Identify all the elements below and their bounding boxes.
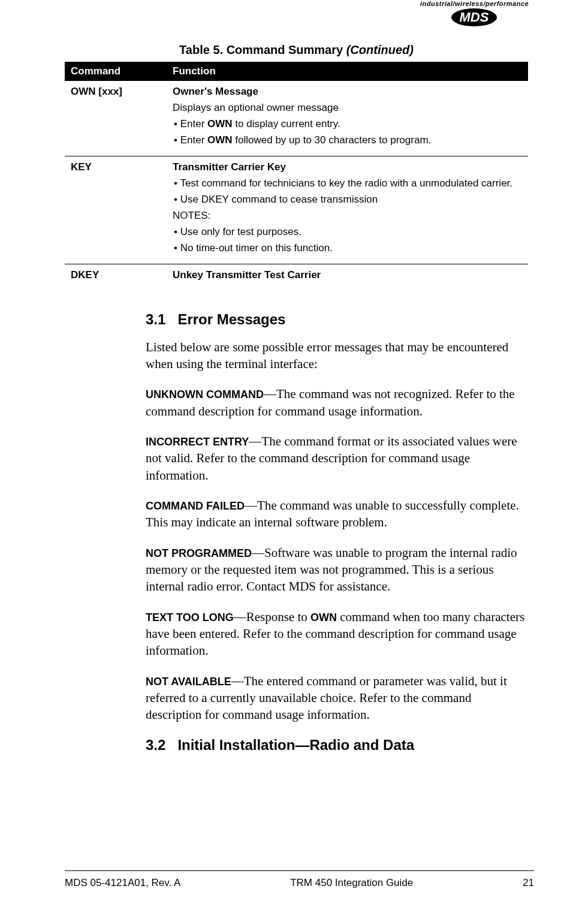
function-bullet: Use only for test purposes. [173,225,522,239]
intro-paragraph: Listed below are some possible error mes… [146,339,528,373]
section-title: Error Messages [177,311,285,327]
command-function: Transmitter Carrier Key Test command for… [167,156,528,264]
command-summary-table: Command Function OWN [xxx] Owner's Messa… [65,62,528,291]
function-bullet: No time-out timer on this function. [173,242,522,255]
error-paragraph: NOT AVAILABLE—The entered command or par… [146,673,528,724]
error-name: NOT PROGRAMMED [146,547,252,559]
command-name: KEY [65,156,167,264]
function-bullet: Enter OWN to display current entry. [173,117,522,131]
section-title: Initial Installation—Radio and Data [177,737,414,753]
error-name: COMMAND FAILED [146,500,245,512]
command-name: DKEY [65,264,167,291]
error-name: TEXT TOO LONG [146,611,234,623]
table-title: Table 5. Command Summary (Continued) [65,43,528,57]
logo-badge: MDS [451,8,497,26]
footer-left: MDS 05-4121A01, Rev. A [65,877,180,889]
error-paragraph: TEXT TOO LONG—Response to OWN command wh… [146,608,528,659]
command-name: OWN [xxx] [65,81,167,156]
table-row: OWN [xxx] Owner's Message Displays an op… [65,81,528,156]
table-row: DKEY Unkey Transmitter Test Carrier [65,264,528,291]
function-bullet: Use DKEY command to cease transmission [173,193,522,207]
page-content: Table 5. Command Summary (Continued) Com… [65,43,528,764]
function-desc: Displays an optional owner message [173,101,522,115]
section-number: 3.2 [146,737,165,753]
section-heading-3-2: 3.2Initial Installation—Radio and Data [146,737,528,754]
function-title: Unkey Transmitter Test Carrier [173,269,522,281]
page-footer: MDS 05-4121A01, Rev. A TRM 450 Integrati… [65,870,534,889]
error-paragraph: COMMAND FAILED—The command was unable to… [146,497,528,531]
error-name: INCORRECT ENTRY [146,436,249,448]
error-paragraph: NOT PROGRAMMED—Software was unable to pr… [146,544,528,595]
function-bullet: Enter OWN followed by up to 30 character… [173,134,522,147]
error-desc-a: —Response to [234,610,310,624]
inline-command: OWN [310,611,337,623]
function-bullet: Test command for technicians to key the … [173,177,522,191]
table-title-suffix: (Continued) [346,43,414,56]
footer-center: TRM 450 Integration Guide [290,877,413,889]
error-paragraph: UNKNOWN COMMAND—The command was not reco… [146,385,528,420]
table-title-prefix: Table 5. Command Summary [179,43,346,56]
logo-tagline: industrial/wireless/performance [420,0,528,7]
error-name: UNKNOWN COMMAND [146,388,264,400]
table-header-command: Command [65,62,167,81]
logo: industrial/wireless/performance MDS [420,0,528,26]
section-number: 3.1 [146,311,165,327]
error-paragraph: INCORRECT ENTRY—The command format or it… [146,433,528,484]
table-header-function: Function [167,62,528,81]
error-name: NOT AVAILABLE [146,676,231,688]
command-function: Unkey Transmitter Test Carrier [167,264,528,291]
body-content: 3.1Error Messages Listed below are some … [146,311,528,754]
function-title: Transmitter Carrier Key [173,161,522,173]
section-heading-3-1: 3.1Error Messages [146,311,528,328]
function-notes: NOTES: [173,209,522,223]
function-title: Owner's Message [173,86,522,98]
footer-right: 21 [523,877,534,889]
command-function: Owner's Message Displays an optional own… [167,81,528,156]
table-row: KEY Transmitter Carrier Key Test command… [65,156,528,264]
